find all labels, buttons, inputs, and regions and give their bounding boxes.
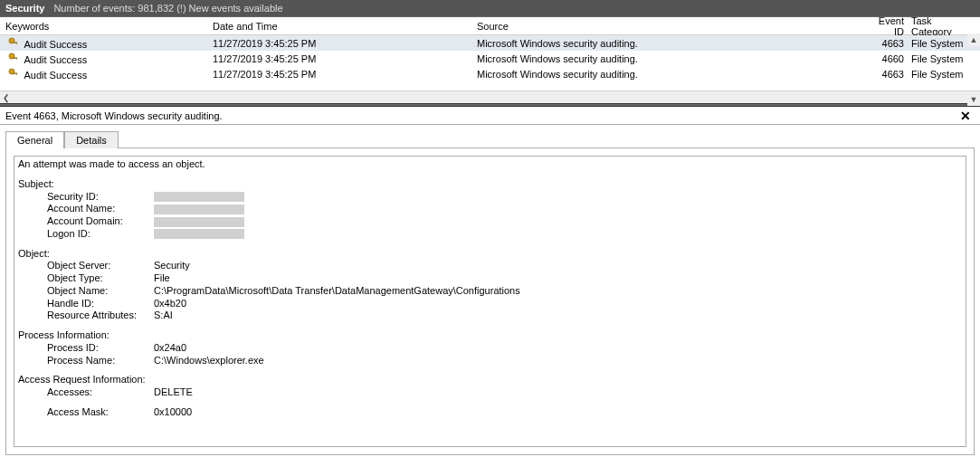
acct-name-value-redacted bbox=[154, 205, 244, 214]
cell-keywords: Audit Success bbox=[24, 70, 87, 81]
table-row[interactable]: Audit Success 11/27/2019 3:45:25 PM Micr… bbox=[0, 66, 980, 81]
scroll-right-icon[interactable]: ❯ bbox=[967, 91, 980, 104]
pid-value: 0x24a0 bbox=[154, 342, 186, 355]
pid-label: Process ID: bbox=[47, 342, 154, 355]
obj-type-value: File bbox=[154, 272, 170, 285]
accesses-label: Accesses: bbox=[47, 386, 154, 399]
detail-tabs: General Details bbox=[0, 125, 980, 148]
process-heading: Process Information: bbox=[18, 329, 962, 342]
cell-source: Microsoft Windows security auditing. bbox=[477, 53, 866, 64]
cell-eventid: 4663 bbox=[866, 69, 911, 80]
logon-id-value-redacted bbox=[154, 229, 244, 239]
svg-rect-2 bbox=[16, 43, 17, 44]
list-body[interactable]: Audit Success 11/27/2019 3:45:25 PM Micr… bbox=[0, 35, 980, 90]
table-row[interactable]: Audit Success 11/27/2019 3:45:25 PM Micr… bbox=[0, 35, 980, 51]
cell-source: Microsoft Windows security auditing. bbox=[477, 69, 866, 80]
access-mask-label: Access Mask: bbox=[47, 406, 154, 419]
pname-label: Process Name: bbox=[47, 355, 154, 367]
obj-name-value: C:\ProgramData\Microsoft\Data Transfer\D… bbox=[154, 285, 520, 298]
resattr-value: S:AI bbox=[154, 309, 173, 322]
scroll-left-icon[interactable]: ❮ bbox=[0, 91, 13, 104]
cell-keywords: Audit Success bbox=[24, 54, 87, 65]
cell-source: Microsoft Windows security auditing. bbox=[477, 38, 866, 49]
obj-server-label: Object Server: bbox=[47, 260, 154, 272]
tab-general[interactable]: General bbox=[5, 131, 64, 148]
acct-domain-label: Account Domain: bbox=[47, 215, 154, 228]
detail-header: Event 4663, Microsoft Windows security a… bbox=[0, 107, 980, 125]
logon-id-label: Logon ID: bbox=[47, 228, 154, 241]
subject-heading: Subject: bbox=[18, 178, 962, 191]
svg-rect-8 bbox=[16, 73, 17, 75]
sec-id-label: Security ID: bbox=[47, 191, 154, 204]
detail-title: Event 4663, Microsoft Windows security a… bbox=[5, 110, 223, 121]
audit-success-key-icon bbox=[7, 52, 20, 64]
sec-id-value-redacted bbox=[154, 192, 244, 202]
list-header-row: Keywords Date and Time Source Event ID T… bbox=[0, 17, 980, 35]
handle-id-label: Handle ID: bbox=[47, 298, 154, 310]
event-description[interactable]: An attempt was made to access an object.… bbox=[14, 156, 966, 447]
access-heading: Access Request Information: bbox=[18, 374, 962, 386]
col-keywords[interactable]: Keywords bbox=[0, 21, 213, 32]
cell-datetime: 11/27/2019 3:45:25 PM bbox=[213, 53, 477, 64]
cell-eventid: 4663 bbox=[866, 38, 911, 49]
object-heading: Object: bbox=[18, 248, 962, 261]
event-list: Keywords Date and Time Source Event ID T… bbox=[0, 16, 980, 103]
cell-keywords: Audit Success bbox=[24, 39, 87, 50]
titlebar: Security Number of events: 981,832 (!) N… bbox=[0, 0, 980, 16]
col-taskcategory[interactable]: Task Category bbox=[911, 15, 966, 37]
obj-name-label: Object Name: bbox=[47, 285, 154, 298]
pname-value: C:\Windows\explorer.exe bbox=[154, 355, 264, 367]
cell-eventid: 4660 bbox=[866, 53, 911, 64]
obj-type-label: Object Type: bbox=[47, 272, 154, 285]
access-mask-value: 0x10000 bbox=[154, 406, 192, 419]
titlebar-app: Security bbox=[5, 3, 44, 14]
cell-taskcat: File System bbox=[911, 69, 966, 80]
col-source[interactable]: Source bbox=[477, 21, 866, 32]
table-row[interactable]: Audit Success 11/27/2019 3:45:25 PM Micr… bbox=[0, 51, 980, 66]
cell-taskcat: File System bbox=[911, 38, 966, 49]
close-icon[interactable]: ✕ bbox=[956, 109, 975, 123]
cell-datetime: 11/27/2019 3:45:25 PM bbox=[213, 69, 477, 80]
horizontal-scrollbar[interactable]: ❮ ❯ bbox=[0, 90, 980, 103]
col-datetime[interactable]: Date and Time bbox=[213, 21, 477, 32]
cell-datetime: 11/27/2019 3:45:25 PM bbox=[213, 38, 477, 49]
audit-success-key-icon bbox=[7, 36, 20, 49]
cell-taskcat: File System bbox=[911, 53, 966, 64]
col-eventid[interactable]: Event ID bbox=[866, 15, 911, 37]
resattr-label: Resource Attributes: bbox=[47, 309, 154, 322]
accesses-value: DELETE bbox=[154, 386, 193, 399]
audit-success-key-icon bbox=[7, 67, 20, 80]
titlebar-count: Number of events: 981,832 (!) New events… bbox=[53, 3, 282, 14]
svg-rect-5 bbox=[16, 58, 17, 60]
tab-details[interactable]: Details bbox=[64, 131, 119, 148]
acct-domain-value-redacted bbox=[154, 217, 244, 227]
tabpanel-general: An attempt was made to access an object.… bbox=[5, 148, 975, 455]
obj-server-value: Security bbox=[154, 260, 190, 272]
acct-name-label: Account Name: bbox=[47, 203, 154, 215]
summary-line: An attempt was made to access an object. bbox=[18, 158, 962, 171]
handle-id-value: 0x4b20 bbox=[154, 298, 186, 310]
